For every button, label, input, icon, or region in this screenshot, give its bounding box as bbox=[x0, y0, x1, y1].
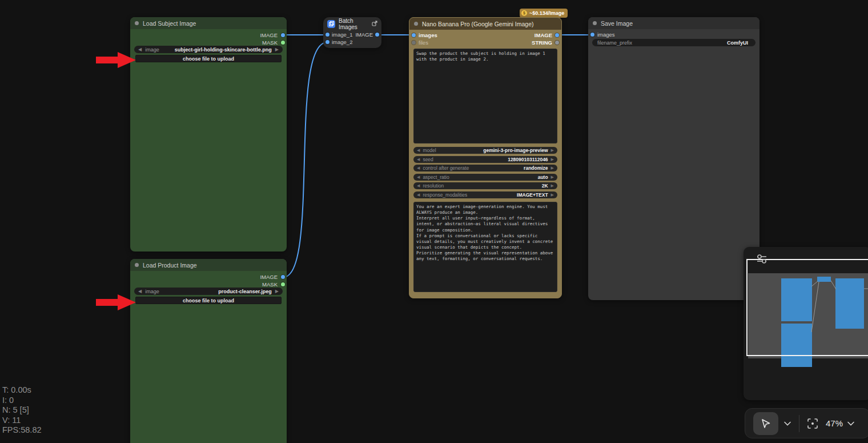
node-status-dot bbox=[414, 22, 418, 26]
node-title: Save Image bbox=[601, 20, 633, 27]
system-prompt-textarea[interactable]: You are an expert image-generation engin… bbox=[413, 202, 557, 292]
node-header[interactable]: Save Image bbox=[588, 17, 760, 29]
combo-left-arrow-icon[interactable]: ◀ bbox=[417, 193, 420, 197]
minimap-settings-icon[interactable] bbox=[756, 254, 769, 266]
images-port-dot[interactable] bbox=[590, 33, 594, 37]
mask-port-dot[interactable] bbox=[281, 41, 285, 45]
widget-value: gemini-3-pro-image-preview bbox=[436, 147, 548, 153]
tool-dropdown-button[interactable] bbox=[781, 412, 794, 435]
port-label: STRING bbox=[532, 39, 552, 46]
widget-value: ComfyUI bbox=[632, 40, 748, 46]
image2-port-dot[interactable] bbox=[326, 40, 329, 44]
stat-iterations: I: 0 bbox=[2, 396, 42, 406]
output-port-image[interactable]: IMAGE bbox=[209, 273, 278, 281]
combo-right-arrow-icon[interactable]: ▶ bbox=[551, 157, 554, 162]
output-port-image[interactable]: IMAGE bbox=[535, 31, 552, 39]
zoom-level-value[interactable]: 47% bbox=[826, 418, 843, 428]
focus-frame-icon bbox=[807, 418, 818, 429]
widget-label: aspect_ratio bbox=[423, 174, 449, 180]
combo-left-arrow-icon[interactable]: ◀ bbox=[417, 166, 420, 170]
node-title: Nano Banana Pro (Google Gemini Image) bbox=[422, 21, 534, 27]
image-combo-widget[interactable]: ◀ image product-cleanser.jpeg ▶ bbox=[134, 288, 283, 295]
string-out-port-dot[interactable] bbox=[555, 41, 559, 45]
image-port-dot[interactable] bbox=[281, 275, 285, 279]
combo-right-arrow-icon[interactable]: ▶ bbox=[275, 289, 279, 294]
node-title: Batch Images bbox=[339, 18, 372, 30]
node-header[interactable]: Load Subject Image bbox=[130, 17, 287, 29]
mask-port-dot[interactable] bbox=[281, 282, 285, 286]
minimap-viewport[interactable] bbox=[746, 259, 868, 356]
comfyui-graph-canvas[interactable]: Load Subject Image IMAGE MASK ◀ image su… bbox=[0, 0, 868, 443]
node-nano-banana-pro[interactable]: Nano Banana Pro (Google Gemini Image) im… bbox=[409, 17, 562, 298]
combo-right-arrow-icon[interactable]: ▶ bbox=[551, 166, 554, 170]
widget-label: response_modalities bbox=[423, 192, 467, 198]
combo-left-arrow-icon[interactable]: ◀ bbox=[417, 175, 420, 179]
image-combo-widget[interactable]: ◀ image subject-girl-holding-skincare-bo… bbox=[134, 46, 283, 53]
model-widget[interactable]: ◀ model gemini-3-pro-image-preview ▶ bbox=[413, 147, 557, 154]
response-modalities-widget[interactable]: ◀ response_modalities IMAGE+TEXT ▶ bbox=[413, 191, 557, 198]
open-subgraph-icon[interactable] bbox=[372, 21, 377, 27]
output-port-image[interactable]: IMAGE bbox=[355, 31, 373, 38]
control-after-generate-widget[interactable]: ◀ control after generate randomize ▶ bbox=[413, 165, 557, 171]
output-port-image[interactable]: IMAGE bbox=[209, 31, 278, 39]
images-port-dot[interactable] bbox=[412, 33, 416, 37]
input-port-images[interactable]: images bbox=[419, 31, 437, 39]
input-port-images[interactable]: images bbox=[597, 31, 615, 38]
port-label: MASK bbox=[262, 39, 278, 46]
output-port-string[interactable]: STRING bbox=[532, 39, 552, 46]
combo-right-arrow-icon[interactable]: ▶ bbox=[551, 148, 554, 153]
prompt-textarea[interactable]: Swap the product the subject is holding … bbox=[413, 49, 557, 143]
node-header[interactable]: Batch Images bbox=[323, 17, 381, 30]
image-out-port-dot[interactable] bbox=[555, 33, 559, 37]
input-port-image-2[interactable]: image_2 bbox=[332, 38, 352, 46]
aspect-ratio-widget[interactable]: ◀ aspect_ratio auto ▶ bbox=[413, 174, 557, 181]
combo-left-arrow-icon[interactable]: ◀ bbox=[417, 148, 420, 153]
port-label: IMAGE bbox=[535, 32, 552, 38]
cost-per-image: ~$0.134/Image bbox=[529, 10, 564, 16]
node-status-dot bbox=[593, 21, 597, 25]
node-load-subject-image[interactable]: Load Subject Image IMAGE MASK ◀ image su… bbox=[130, 17, 287, 252]
zoom-level-control[interactable]: 47% bbox=[826, 418, 854, 428]
fit-view-button[interactable] bbox=[805, 412, 820, 435]
node-header[interactable]: Nano Banana Pro (Google Gemini Image) bbox=[409, 18, 561, 30]
node-status-dot bbox=[135, 21, 139, 25]
choose-file-button[interactable]: choose file to upload bbox=[135, 55, 282, 62]
combo-left-arrow-icon[interactable]: ◀ bbox=[138, 289, 142, 294]
choose-file-button[interactable]: choose file to upload bbox=[135, 297, 282, 304]
node-title: Load Subject Image bbox=[143, 20, 196, 27]
widget-value: 128090103112046 bbox=[433, 157, 548, 162]
resolution-widget[interactable]: ◀ resolution 2K ▶ bbox=[413, 182, 557, 189]
seed-widget[interactable]: ◀ seed 128090103112046 ▶ bbox=[413, 156, 557, 163]
stat-nodes: N: 5 [5] bbox=[2, 405, 42, 416]
filename-prefix-widget[interactable]: filename_prefix ComfyUI bbox=[592, 39, 756, 46]
image1-port-dot[interactable] bbox=[326, 33, 329, 37]
image-out-port-dot[interactable] bbox=[375, 33, 379, 37]
combo-left-arrow-icon[interactable]: ◀ bbox=[138, 47, 142, 52]
node-title: Load Product Image bbox=[143, 262, 197, 269]
combo-value: product-cleanser.jpeg bbox=[159, 289, 272, 294]
input-port-files[interactable]: files bbox=[419, 39, 428, 46]
pointer-tool-button[interactable] bbox=[753, 412, 778, 435]
combo-right-arrow-icon[interactable]: ▶ bbox=[551, 175, 554, 179]
combo-right-arrow-icon[interactable]: ▶ bbox=[551, 183, 554, 188]
stat-version: V: 11 bbox=[2, 416, 42, 426]
stat-time: T: 0.00s bbox=[2, 385, 42, 396]
node-header[interactable]: Load Product Image bbox=[130, 259, 287, 271]
widget-label: filename_prefix bbox=[597, 40, 632, 46]
combo-right-arrow-icon[interactable]: ▶ bbox=[275, 47, 279, 52]
combo-left-arrow-icon[interactable]: ◀ bbox=[417, 183, 420, 188]
port-label: IMAGE bbox=[355, 31, 373, 38]
node-save-image[interactable]: Save Image images filename_prefix ComfyU… bbox=[588, 17, 760, 300]
files-port-dot[interactable] bbox=[412, 41, 416, 45]
graph-minimap[interactable] bbox=[744, 247, 868, 400]
canvas-toolbar[interactable]: 47% bbox=[745, 408, 868, 438]
input-port-image-1[interactable]: image_1 bbox=[332, 31, 352, 38]
node-load-product-image[interactable]: Load Product Image IMAGE MASK ◀ image pr… bbox=[130, 259, 287, 443]
port-label: files bbox=[419, 39, 428, 46]
combo-right-arrow-icon[interactable]: ▶ bbox=[551, 193, 554, 197]
node-batch-images[interactable]: Batch Images image_1 image_2 IMAGE bbox=[323, 17, 381, 48]
image-port-dot[interactable] bbox=[281, 33, 285, 37]
stat-fps: FPS:58.82 bbox=[2, 425, 42, 436]
chevron-down-icon bbox=[784, 421, 791, 426]
combo-left-arrow-icon[interactable]: ◀ bbox=[417, 157, 420, 162]
